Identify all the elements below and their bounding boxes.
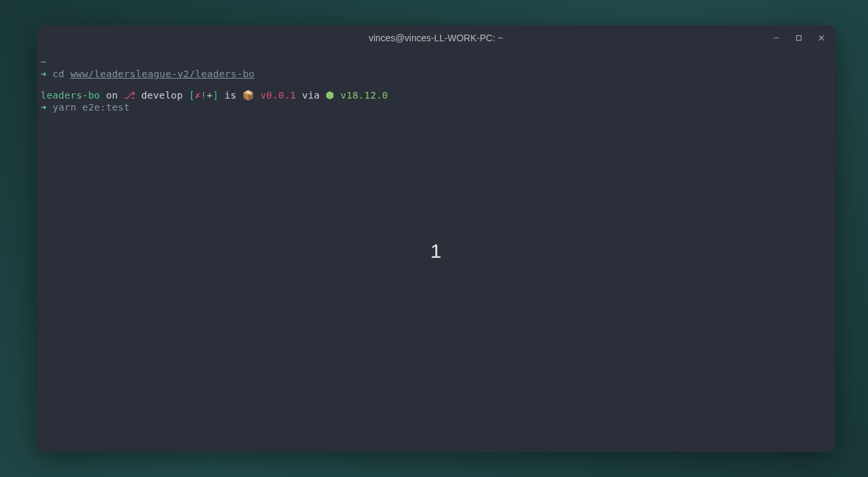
prompt-arrow-icon: ➜ xyxy=(41,69,47,79)
bracket-open: [ xyxy=(189,90,195,101)
titlebar[interactable]: vinces@vinces-LL-WORK-PC: ~ xyxy=(37,25,835,51)
command-text: yarn e2e:test xyxy=(53,102,130,113)
prompt-arrow-icon: ➜ xyxy=(41,102,47,113)
git-branch-icon: ⎇ xyxy=(124,90,135,101)
branch-name: develop xyxy=(135,90,188,101)
close-icon xyxy=(818,35,825,41)
minimize-icon xyxy=(773,35,779,41)
bracket-close: ] xyxy=(212,90,218,101)
prompt-via: via xyxy=(296,90,326,101)
repo-name: leaders-bo xyxy=(41,90,100,101)
git-dirty-icon: ✗ xyxy=(195,90,201,101)
node-version: v18.12.0 xyxy=(341,90,388,101)
terminal-line: ~ xyxy=(41,56,831,68)
terminal-line: ➜ cd www/leadersleague-v2/leaders-bo xyxy=(41,68,831,80)
maximize-icon xyxy=(795,35,802,41)
svg-rect-1 xyxy=(797,36,801,41)
overlay-number: 1 xyxy=(431,238,442,264)
path-link[interactable]: www/leadersleague-v2/leaders-bo xyxy=(71,69,255,79)
blank-line xyxy=(41,80,831,89)
prompt-on: on xyxy=(100,90,124,101)
minimize-button[interactable] xyxy=(765,28,787,48)
home-tilde: ~ xyxy=(41,57,47,67)
maximize-button[interactable] xyxy=(787,28,810,48)
window-title: vinces@vinces-LL-WORK-PC: ~ xyxy=(369,33,503,43)
terminal-window: vinces@vinces-LL-WORK-PC: ~ ~ ➜ cd www/l… xyxy=(37,25,835,452)
prompt-line: leaders-bo on ⎇ develop [✗!+] is 📦 v0.0.… xyxy=(41,89,831,101)
terminal-line: ➜ yarn e2e:test xyxy=(41,101,831,113)
prompt-is: is xyxy=(218,90,242,101)
package-icon: 📦 xyxy=(242,90,254,101)
node-icon: ⬢ xyxy=(326,90,340,101)
command-text: cd xyxy=(53,69,71,79)
package-version: v0.0.1 xyxy=(254,90,296,101)
window-controls xyxy=(765,25,833,51)
terminal-body[interactable]: ~ ➜ cd www/leadersleague-v2/leaders-bo l… xyxy=(37,51,835,452)
close-button[interactable] xyxy=(810,28,833,48)
